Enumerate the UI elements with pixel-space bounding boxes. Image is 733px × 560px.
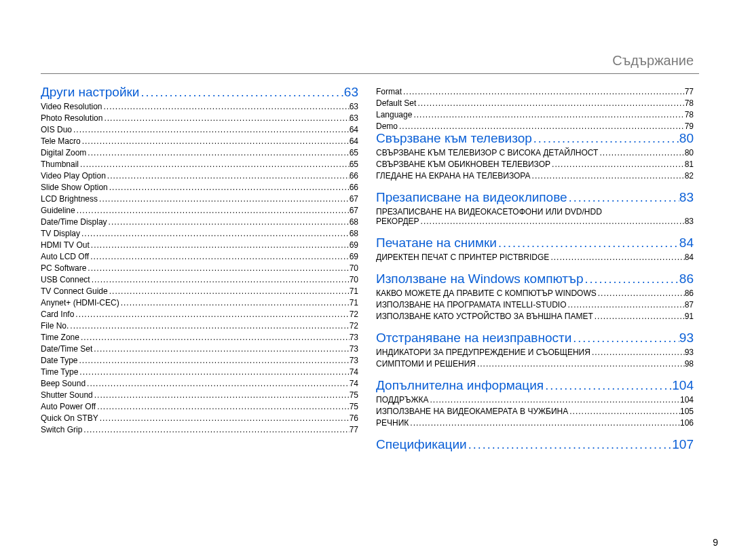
toc-entry-page: 87 (685, 300, 694, 310)
toc-entry[interactable]: Slide Show Option.......................… (41, 183, 358, 192)
toc-left-column: Други настройки ........................… (41, 85, 358, 452)
toc-section[interactable]: Използване на Windows компютър..........… (376, 272, 694, 286)
toc-entry[interactable]: Date/Time Set...........................… (41, 344, 358, 354)
toc-entry[interactable]: ИЗПОЛЗВАНЕ КАТО УСТРОЙСТВО ЗА ВЪНШНА ПАМ… (376, 312, 694, 321)
toc-section-label: Спецификации (376, 437, 467, 452)
toc-entry[interactable]: HDMI TV Out.............................… (41, 240, 358, 250)
toc-leader: ........................................… (568, 407, 680, 416)
toc-leader: ........................................… (593, 312, 685, 321)
toc-entry[interactable]: РЕЧНИК..................................… (376, 418, 694, 428)
toc-leader: ........................................… (119, 298, 350, 307)
toc-section[interactable]: Допълнителна информация.................… (376, 378, 694, 393)
toc-section[interactable]: Отстраняване на неизправности...........… (376, 331, 694, 346)
toc-entry-label: Guideline (41, 206, 75, 215)
toc-section[interactable]: Презаписване на видеоклипове............… (376, 190, 694, 205)
toc-entry-label: Card Info (41, 310, 74, 319)
toc-entry[interactable]: Auto Power Off..........................… (41, 402, 358, 411)
toc-leader: ........................................… (106, 171, 350, 181)
toc-entry-label: КАКВО МОЖЕТЕ ДА ПРАВИТЕ С КОМПЮТЪР WINDO… (376, 288, 597, 298)
toc-leader: ........................................… (92, 344, 349, 354)
toc-entry[interactable]: Card Info...............................… (41, 310, 358, 319)
toc-entry-label: Video Resolution (41, 102, 102, 111)
toc-entry-label: ИЗПОЛЗВАНЕ НА ПРОГРАМАТА Intelli-studio (376, 300, 567, 310)
toc-entry-page: 86 (685, 288, 694, 298)
toc-entry-label: Anynet+ (HDMI-CEC) (41, 298, 119, 307)
toc-entry[interactable]: Thumbnail...............................… (41, 160, 358, 169)
toc-leader: ........................................… (419, 217, 685, 226)
toc-entry-label: СВЪРЗВАНЕ КЪМ ТЕЛЕВИЗОР С ВИСОКА ДЕТАЙЛН… (376, 148, 598, 157)
toc-entry[interactable]: Auto LCD Off............................… (41, 252, 358, 261)
toc-entry-page: 77 (685, 87, 694, 96)
toc-entry[interactable]: TV Display..............................… (41, 229, 358, 238)
toc-entry[interactable]: Demo....................................… (376, 122, 694, 131)
toc-entry-label: Auto Power Off (41, 402, 96, 411)
toc-entry[interactable]: LCD Brightness..........................… (41, 194, 358, 204)
toc-entry[interactable]: Quick On STBY...........................… (41, 413, 358, 423)
toc-entry-page: 70 (350, 263, 358, 273)
toc-entry-label: LCD Brightness (41, 194, 98, 204)
toc-leader: ........................................… (571, 331, 679, 346)
toc-entry[interactable]: ПОДДРЪЖКА...............................… (376, 395, 694, 405)
toc-entry[interactable]: PC Software.............................… (41, 263, 358, 273)
toc-section[interactable]: Свързване към телевизор.................… (376, 131, 694, 146)
toc-entry-label: Default Set (376, 98, 416, 108)
toc-entry[interactable]: Anynet+ (HDMI-CEC)......................… (41, 298, 358, 307)
toc-leader: ........................................… (531, 171, 685, 181)
toc-entry[interactable]: Digital Zoom............................… (41, 148, 358, 157)
toc-entry[interactable]: Language................................… (376, 110, 694, 119)
toc-entry[interactable]: Time Zone...............................… (41, 333, 358, 342)
toc-leader: ........................................… (597, 288, 685, 298)
toc-entry[interactable]: Photo Resolution........................… (41, 113, 358, 123)
toc-entry[interactable]: ИНДИКАТОРИ ЗА ПРЕДУПРЕЖДЕНИЕ И СЪОБЩЕНИЯ… (376, 348, 694, 357)
toc-entry[interactable]: Time Type...............................… (41, 367, 358, 377)
toc-entry[interactable]: USB Connect.............................… (41, 275, 358, 284)
toc-leader: ........................................… (98, 194, 350, 204)
toc-entry[interactable]: Tele Macro..............................… (41, 136, 358, 146)
toc-entry[interactable]: Beep Sound..............................… (41, 379, 358, 388)
toc-entry[interactable]: Guideline...............................… (41, 206, 358, 215)
toc-entry[interactable]: Format..................................… (376, 87, 694, 96)
toc-entry-page: 67 (350, 206, 358, 215)
toc-entry[interactable]: ГЛЕДАНЕ НА ЕКРАНА НА ТЕЛЕВИЗОРА.........… (376, 171, 694, 181)
toc-entry-page: 79 (685, 122, 694, 131)
toc-entry-page: 74 (350, 379, 358, 388)
toc-entry[interactable]: ПРЕЗАПИСВАНЕ НА ВИДЕОКАСЕТОФОНИ ИЛИ DVD/… (376, 207, 694, 226)
toc-leader: ........................................… (476, 359, 685, 369)
toc-section[interactable]: Други настройки ........................… (41, 85, 358, 100)
toc-entry[interactable]: Shutter Sound...........................… (41, 390, 358, 400)
toc-entry[interactable]: КАКВО МОЖЕТЕ ДА ПРАВИТЕ С КОМПЮТЪР WINDO… (376, 288, 694, 298)
toc-entry-label: РЕЧНИК (376, 418, 409, 428)
toc-entry[interactable]: File No.................................… (41, 321, 358, 331)
toc-entry[interactable]: Date Type...............................… (41, 356, 358, 365)
toc-entry-page: 72 (350, 310, 358, 319)
toc-entry[interactable]: Video Resolution........................… (41, 102, 358, 111)
toc-entry-page: 71 (350, 286, 358, 296)
toc-entry[interactable]: ИЗПОЛЗВАНЕ НА ПРОГРАМАТА Intelli-studio.… (376, 300, 694, 310)
toc-leader: ........................................… (79, 333, 350, 342)
toc-leader: ........................................… (108, 183, 350, 192)
toc-entry[interactable]: TV Connect Guide........................… (41, 286, 358, 296)
toc-entry-page: 83 (685, 217, 694, 226)
toc-entry-label: РЕКОРДЕР (376, 217, 419, 226)
toc-entry[interactable]: СВЪРЗВАНЕ КЪМ ОБИКНОВЕН ТЕЛЕВИЗОР.......… (376, 160, 694, 169)
toc-entry[interactable]: СВЪРЗВАНЕ КЪМ ТЕЛЕВИЗОР С ВИСОКА ДЕТАЙЛН… (376, 148, 694, 157)
toc-entry-label: ГЛЕДАНЕ НА ЕКРАНА НА ТЕЛЕВИЗОРА (376, 171, 531, 181)
toc-entry-label: СВЪРЗВАНЕ КЪМ ОБИКНОВЕН ТЕЛЕВИЗОР (376, 160, 550, 169)
toc-section[interactable]: Печатане на снимки......................… (376, 236, 694, 250)
toc-section[interactable]: Спецификации............................… (376, 437, 694, 452)
toc-section-label: Свързване към телевизор (376, 131, 532, 146)
toc-leader: ........................................… (102, 113, 349, 123)
toc-entry[interactable]: ДИРЕКТЕН ПЕЧАТ С ПРИНТЕР PICTBRIDGE.....… (376, 253, 694, 262)
toc-entry[interactable]: OIS Duo.................................… (41, 125, 358, 134)
toc-leader: ........................................… (412, 110, 684, 119)
toc-entry[interactable]: Video Play Option.......................… (41, 171, 358, 181)
header-rule (41, 73, 699, 74)
toc-leader: ........................................… (89, 252, 349, 261)
toc-entry[interactable]: ИЗПОЛЗВАНЕ НА ВИДЕОКАМЕРАТА В ЧУЖБИНА...… (376, 407, 694, 416)
toc-entry[interactable]: Default Set.............................… (376, 98, 694, 108)
toc-entry[interactable]: Date/Time Display.......................… (41, 217, 358, 227)
toc-leader: ........................................… (429, 395, 680, 405)
toc-entry-page: 75 (350, 402, 358, 411)
toc-entry[interactable]: СИМПТОМИ И РЕШЕНИЯ......................… (376, 359, 694, 369)
toc-entry[interactable]: Switch Grip.............................… (41, 425, 358, 434)
